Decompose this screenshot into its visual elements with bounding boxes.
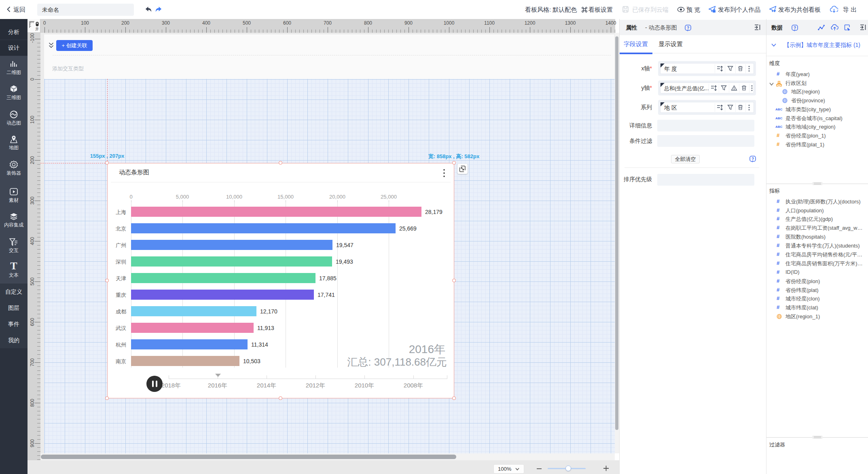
svg-text:?: ? [752, 157, 754, 161]
svg-text:?: ? [794, 26, 796, 30]
svg-text:?: ? [687, 26, 689, 30]
